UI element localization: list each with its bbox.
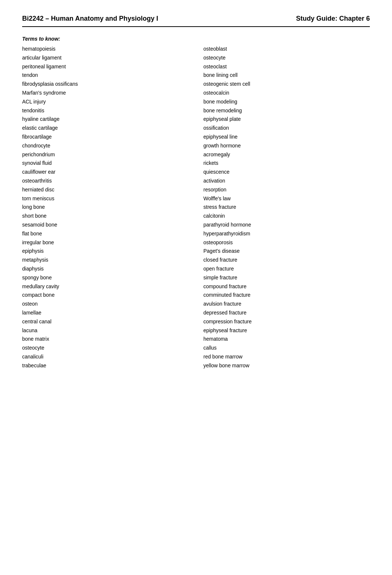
list-item: tendonitis — [22, 106, 189, 115]
list-item: hyperparathyroidism — [203, 229, 370, 238]
list-item: avulsion fracture — [203, 300, 370, 309]
list-item: compact bone — [22, 291, 189, 300]
list-item: metaphysis — [22, 256, 189, 265]
list-item: lamellae — [22, 309, 189, 317]
list-item: red bone marrow — [203, 353, 370, 361]
list-item: calcitonin — [203, 212, 370, 221]
list-item: ossification — [203, 124, 370, 133]
list-item: osteoclast — [203, 62, 370, 71]
list-item: Marfan's syndrome — [22, 89, 189, 98]
list-item: perichondrium — [22, 150, 189, 159]
list-item: elastic cartilage — [22, 124, 189, 133]
list-item: Paget's disease — [203, 247, 370, 256]
list-item: bone remodeling — [203, 106, 370, 115]
page-title: Bi2242 – Human Anatomy and Physiology I — [22, 15, 158, 23]
list-item: short bone — [22, 212, 189, 221]
list-item: synovial fluid — [22, 159, 189, 168]
list-item: sesamoid bone — [22, 221, 189, 229]
list-item: Wolffe's law — [203, 194, 370, 203]
list-item: comminuted fracture — [203, 291, 370, 300]
list-item: torn meniscus — [22, 194, 189, 203]
list-item: chondrocyte — [22, 142, 189, 150]
list-item: fibrodysplasia ossificans — [22, 80, 189, 89]
list-item: depressed fracture — [203, 309, 370, 317]
terms-columns: hematopoiesisarticular ligamentperitonea… — [22, 45, 370, 370]
list-item: osteogenic stem cell — [203, 80, 370, 89]
list-item: compound fracture — [203, 282, 370, 291]
list-item: resorption — [203, 186, 370, 194]
list-item: canaliculi — [22, 353, 189, 361]
list-item: acromegaly — [203, 150, 370, 159]
list-item: cauliflower ear — [22, 168, 189, 177]
list-item: bone modeling — [203, 98, 370, 106]
list-item: epiphyseal fracture — [203, 326, 370, 335]
list-item: articular ligament — [22, 54, 189, 62]
list-item: central canal — [22, 317, 189, 326]
list-item: hyaline cartilage — [22, 115, 189, 124]
list-item: osteoarthritis — [22, 177, 189, 186]
page-header: Bi2242 – Human Anatomy and Physiology I … — [22, 15, 370, 27]
list-item: stress fracture — [203, 203, 370, 212]
list-item: ACL injury — [22, 98, 189, 106]
list-item: bone matrix — [22, 335, 189, 344]
list-item: lacuna — [22, 326, 189, 335]
terms-label: Terms to know: — [22, 36, 370, 42]
list-item: closed fracture — [203, 256, 370, 265]
list-item: parathyroid hormone — [203, 221, 370, 229]
left-column: hematopoiesisarticular ligamentperitonea… — [22, 45, 196, 370]
list-item: osteocyte — [22, 344, 189, 353]
list-item: hematopoiesis — [22, 45, 189, 54]
list-item: epiphyseal plate — [203, 115, 370, 124]
list-item: fibrocartilage — [22, 133, 189, 142]
list-item: epiphyseal line — [203, 133, 370, 142]
list-item: osteoporosis — [203, 238, 370, 247]
list-item: epiphysis — [22, 247, 189, 256]
list-item: osteocyte — [203, 54, 370, 62]
list-item: quiescence — [203, 168, 370, 177]
list-item: callus — [203, 344, 370, 353]
list-item: open fracture — [203, 265, 370, 273]
list-item: hematoma — [203, 335, 370, 344]
list-item: yellow bone marrow — [203, 361, 370, 370]
page-subtitle: Study Guide: Chapter 6 — [296, 15, 370, 23]
list-item: irregular bone — [22, 238, 189, 247]
page-container: Bi2242 – Human Anatomy and Physiology I … — [0, 0, 392, 575]
list-item: rickets — [203, 159, 370, 168]
list-item: compression fracture — [203, 317, 370, 326]
list-item: spongy bone — [22, 273, 189, 282]
list-item: trabeculae — [22, 361, 189, 370]
list-item: medullary cavity — [22, 282, 189, 291]
list-item: flat bone — [22, 229, 189, 238]
list-item: herniated disc — [22, 186, 189, 194]
list-item: bone lining cell — [203, 71, 370, 80]
list-item: osteoblast — [203, 45, 370, 54]
list-item: long bone — [22, 203, 189, 212]
list-item: activation — [203, 177, 370, 186]
list-item: osteon — [22, 300, 189, 309]
list-item: diaphysis — [22, 265, 189, 273]
list-item: growth hormone — [203, 142, 370, 150]
list-item: tendon — [22, 71, 189, 80]
list-item: osteocalcin — [203, 89, 370, 98]
list-item: peritoneal ligament — [22, 62, 189, 71]
right-column: osteoblastosteocyteosteoclastbone lining… — [196, 45, 370, 370]
list-item: simple fracture — [203, 273, 370, 282]
